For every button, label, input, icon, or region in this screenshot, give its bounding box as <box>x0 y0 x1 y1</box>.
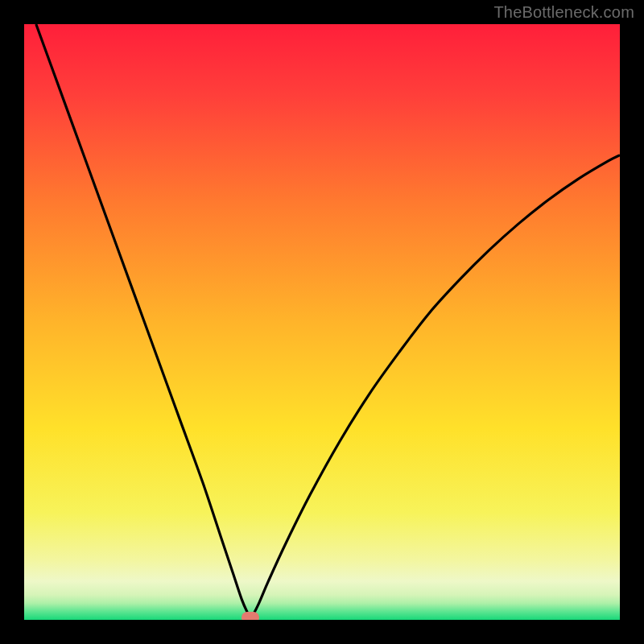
chart-frame: TheBottleneck.com <box>0 0 644 644</box>
plot-area <box>24 24 620 620</box>
watermark-text: TheBottleneck.com <box>493 3 634 22</box>
bottleneck-curve <box>24 24 620 620</box>
optimal-point-marker <box>242 612 259 620</box>
